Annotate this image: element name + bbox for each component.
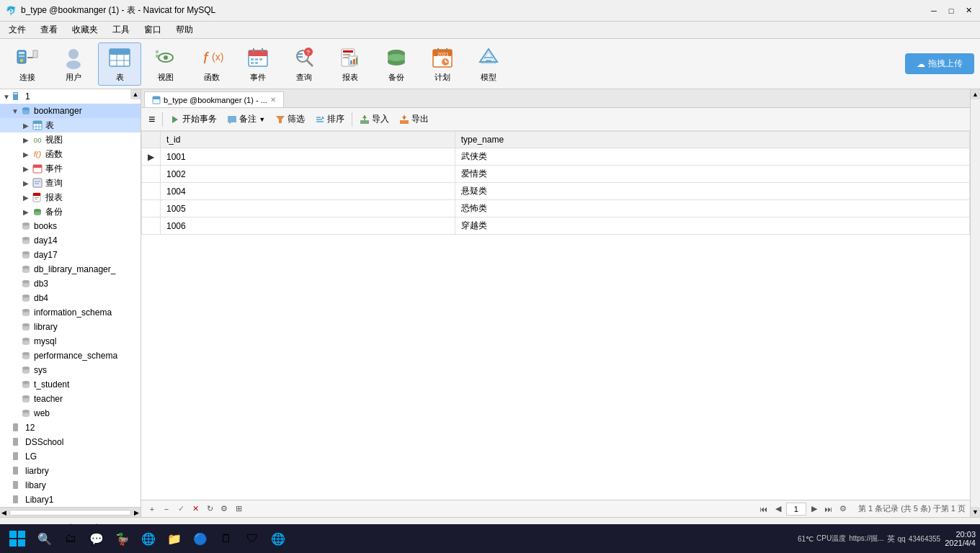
maximize-button[interactable]: □ [945, 5, 957, 17]
taskbar-search-button[interactable]: 🔍 [33, 527, 56, 550]
taskbar-shield-button[interactable]: 🛡 [241, 527, 264, 550]
sidebar-reports[interactable]: ▶ 报表 [0, 190, 141, 204]
sidebar-scroll-right-btn[interactable]: ▶ [133, 509, 141, 516]
table-row[interactable]: 1005 恐怖类 [142, 200, 970, 217]
cell-tid-0[interactable]: 1001 [161, 148, 455, 166]
sidebar-db-day17[interactable]: day17 [0, 248, 141, 262]
taskbar-folder-button[interactable]: 📁 [163, 527, 186, 550]
page-number-input[interactable] [786, 503, 806, 516]
start-transaction-button[interactable]: 开始事务 [166, 111, 221, 127]
taskbar-browser-button[interactable]: 🌐 [267, 527, 290, 550]
cell-typename-4[interactable]: 穿越类 [455, 217, 969, 235]
taskbar-note-button[interactable]: 🗒 [215, 527, 238, 550]
filter-button[interactable]: 筛选 [271, 111, 309, 127]
toolbar-event[interactable]: 事件 [236, 42, 280, 86]
taskbar-globe-button[interactable]: 🌐 [137, 527, 160, 550]
toolbar-model[interactable]: 模型 [467, 42, 510, 86]
remove-row-button[interactable]: − [160, 503, 173, 516]
ime-indicator[interactable]: 英 [887, 534, 895, 544]
cloud-upload-button[interactable]: ☁ 拖拽上传 [905, 53, 974, 74]
menu-favorites[interactable]: 收藏夹 [66, 22, 104, 37]
cell-tid-2[interactable]: 1004 [161, 183, 455, 200]
taskbar-duck-button[interactable]: 🦆 [111, 527, 134, 550]
cell-typename-1[interactable]: 爱情类 [455, 166, 969, 183]
cell-tid-4[interactable]: 1006 [161, 217, 455, 235]
qq-icon[interactable]: qq [898, 535, 906, 543]
toolbar-connect[interactable]: 连接 [6, 42, 49, 86]
sidebar-connection-1[interactable]: ▼ 1 [0, 89, 141, 104]
refresh-button[interactable]: ↻ [203, 503, 216, 516]
page-next-button[interactable]: ▶ [808, 503, 821, 516]
toolbar-table[interactable]: 表 [98, 42, 141, 86]
grid-view-button[interactable]: ⊞ [232, 503, 245, 516]
menu-file[interactable]: 文件 [3, 22, 32, 37]
cell-tid-1[interactable]: 1002 [161, 166, 455, 183]
menu-tools[interactable]: 工具 [107, 22, 135, 37]
col-tid-header[interactable]: t_id [161, 132, 455, 148]
sidebar-queries[interactable]: ▶ 查询 [0, 176, 141, 190]
tab-close-button[interactable]: ✕ [270, 96, 276, 104]
sidebar-scroll-left-btn[interactable]: ◀ [0, 509, 8, 516]
sidebar-backups[interactable]: ▶ 备份 [0, 204, 141, 219]
table-tab[interactable]: b_type @bookmanger (1) - ... ✕ [144, 91, 284, 107]
start-button[interactable] [4, 526, 30, 552]
col-typename-header[interactable]: type_name [455, 132, 969, 148]
sidebar-views[interactable]: ▶ oo 视图 [0, 132, 141, 147]
menu-toggle-button[interactable]: ≡ [144, 111, 159, 128]
toolbar-backup[interactable]: 备份 [375, 42, 418, 86]
table-row[interactable]: ▶ 1001 武侠类 [142, 148, 970, 166]
toolbar-user[interactable]: 用户 [52, 42, 95, 86]
close-button[interactable]: ✕ [963, 5, 974, 17]
sidebar-connection-lg[interactable]: LG [0, 449, 141, 464]
import-button[interactable]: 导入 [355, 111, 393, 127]
taskbar-blue-button[interactable]: 🔵 [189, 527, 212, 550]
toolbar-function[interactable]: f (x) 函数 [190, 42, 233, 86]
sidebar-connection-12[interactable]: 12 [0, 421, 141, 435]
table-row[interactable]: 1006 穿越类 [142, 217, 970, 235]
menu-help[interactable]: 帮助 [170, 22, 199, 37]
minimize-button[interactable]: ─ [928, 5, 940, 17]
scroll-up-button[interactable]: ▲ [971, 89, 981, 99]
sidebar-events[interactable]: ▶ 事件 [0, 161, 141, 176]
sidebar-db-t-student[interactable]: t_student [0, 377, 141, 392]
sidebar-scroll-up[interactable]: ▲ [130, 89, 141, 99]
page-last-button[interactable]: ⏭ [822, 503, 835, 516]
confirm-button[interactable]: ✓ [174, 503, 187, 516]
sort-button[interactable]: 排序 [311, 111, 349, 127]
sidebar-connection-libary1[interactable]: Libary1 [0, 493, 141, 507]
sidebar-db-teacher[interactable]: teacher [0, 392, 141, 406]
sidebar-db-sys[interactable]: sys [0, 363, 141, 377]
cell-tid-3[interactable]: 1005 [161, 200, 455, 217]
sidebar-functions[interactable]: ▶ f() 函数 [0, 147, 141, 161]
comment-button[interactable]: 备注 ▼ [223, 111, 270, 127]
sidebar-db-performance[interactable]: performance_schema [0, 349, 141, 363]
sidebar-db-bookmanger[interactable]: ▼ bookmanger [0, 104, 141, 118]
taskbar-task-view-button[interactable]: 🗂 [59, 527, 82, 550]
toolbar-report[interactable]: 报表 [329, 42, 372, 86]
sidebar-connection-dsschool[interactable]: DSSchool [0, 435, 141, 449]
taskbar-chat-button[interactable]: 💬 [85, 527, 108, 550]
toolbar-view[interactable]: 视图 [144, 42, 187, 86]
menu-window[interactable]: 窗口 [138, 22, 167, 37]
sidebar-db-books[interactable]: books [0, 219, 141, 233]
sidebar-db-web[interactable]: web [0, 406, 141, 421]
sidebar-connection-libary[interactable]: libary [0, 478, 141, 493]
cell-typename-3[interactable]: 恐怖类 [455, 200, 969, 217]
sidebar-db-db3[interactable]: db3 [0, 276, 141, 291]
page-config-button[interactable]: ⚙ [837, 503, 850, 516]
sidebar-db-db4[interactable]: db4 [0, 291, 141, 305]
settings-button[interactable]: ⚙ [218, 503, 231, 516]
cancel-edit-button[interactable]: ✕ [189, 503, 202, 516]
table-row[interactable]: 1002 爱情类 [142, 166, 970, 183]
taskbar-clock[interactable]: 20:03 2021/4/4 [945, 530, 976, 547]
scroll-down-button[interactable]: ▼ [971, 507, 981, 517]
add-row-button[interactable]: + [146, 503, 159, 516]
comment-dropdown-icon[interactable]: ▼ [259, 116, 265, 123]
export-button[interactable]: 导出 [395, 111, 433, 127]
sidebar-db-db-library[interactable]: db_library_manager_ [0, 262, 141, 276]
page-first-button[interactable]: ⏮ [757, 503, 770, 516]
table-row[interactable]: 1004 悬疑类 [142, 183, 970, 200]
sidebar-db-info-schema[interactable]: information_schema [0, 305, 141, 320]
toolbar-schedule[interactable]: 2021 计划 [421, 42, 464, 86]
sidebar-connection-liarbry[interactable]: liarbry [0, 464, 141, 478]
